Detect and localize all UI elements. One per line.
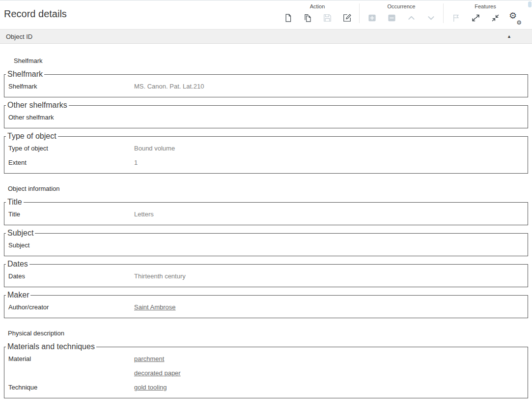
settings-button[interactable]: ⚙⚙ — [509, 12, 520, 23]
toolbar-group-label: Features — [450, 3, 520, 9]
field-value: Saint Ambrose — [134, 303, 528, 311]
gears-icon: ⚙⚙ — [509, 12, 520, 23]
field-label: Extent — [4, 159, 134, 166]
fieldset-shelfmark: ShelfmarkShelfmarkMS. Canon. Pat. Lat.21… — [4, 70, 528, 97]
field-label: Dates — [4, 272, 134, 280]
field-row: Type of objectBound volume — [4, 141, 528, 155]
field-value: 1 — [134, 159, 528, 166]
flag-record-button — [450, 12, 461, 23]
fieldset-subject: SubjectSubject — [4, 229, 528, 256]
field-label: Shelfmark — [4, 83, 134, 90]
toolbar-group-action: Action — [276, 3, 359, 23]
expand-all-button[interactable] — [470, 12, 481, 23]
fieldset-legend: Materials and techniques — [6, 342, 96, 351]
chevron-down-icon — [425, 12, 436, 23]
fieldset-legend: Type of object — [6, 132, 58, 141]
section-bar-title: Object ID — [6, 33, 32, 40]
toolbar-group-icons — [282, 12, 352, 23]
plus-square-icon — [366, 12, 377, 23]
field-value: gold tooling — [134, 384, 528, 391]
value-link-saint-ambrose[interactable]: Saint Ambrose — [134, 303, 176, 311]
field-label: Material — [4, 355, 134, 362]
remove-occurrence-button — [386, 12, 397, 23]
field-value: decorated paper — [134, 369, 528, 377]
edit-icon — [341, 12, 352, 23]
page-title: Record details — [4, 0, 67, 20]
fieldset-title: TitleTitleLetters — [4, 198, 528, 225]
field-label: Type of object — [4, 145, 134, 152]
toolbar-group-icons: ⚙⚙ — [450, 12, 520, 23]
field-value: Letters — [134, 210, 528, 218]
caret-up-icon[interactable]: ▲ — [507, 34, 511, 39]
toolbar-group-occurrence: Occurrence — [359, 3, 443, 23]
toolbar-group-icons — [366, 12, 436, 23]
save-record-button — [322, 12, 333, 23]
fieldset-legend: Dates — [6, 260, 29, 269]
field-row: Other shelfmark — [4, 110, 528, 124]
group-heading-shelfmark: Shelfmark — [14, 57, 528, 64]
copy-icon — [302, 12, 313, 23]
fieldset-type-of-object: Type of objectType of objectBound volume… — [4, 132, 528, 174]
fieldset-legend: Maker — [6, 291, 30, 300]
toolbar: ActionOccurrenceFeatures⚙⚙ — [276, 0, 527, 23]
fieldset-dates: DatesDatesThirteenth century — [4, 260, 528, 287]
minus-square-icon — [386, 12, 397, 23]
toolbar-group-label: Occurrence — [366, 3, 436, 9]
fieldset-legend: Other shelfmarks — [6, 101, 69, 110]
scrollbar-thumb[interactable] — [528, 1, 532, 7]
add-occurrence-button — [366, 12, 377, 23]
field-value: parchment — [134, 355, 528, 362]
field-label: Subject — [4, 241, 134, 249]
field-label: Other shelfmark — [4, 114, 134, 121]
record-details-window: Record details ActionOccurrenceFeatures⚙… — [0, 0, 532, 420]
header: Record details ActionOccurrenceFeatures⚙… — [0, 0, 532, 29]
chevron-up-icon — [406, 12, 417, 23]
field-value: Thirteenth century — [134, 272, 528, 280]
section-bar-object-id[interactable]: Object ID ▲ — [0, 29, 532, 44]
toolbar-group-features: Features⚙⚙ — [443, 3, 527, 23]
field-row: Subject — [4, 238, 528, 252]
field-value: Bound volume — [134, 145, 528, 152]
group-heading-physical-description: Physical description — [8, 330, 528, 337]
field-row: DatesThirteenth century — [4, 269, 528, 283]
move-occurrence-down-button — [425, 12, 436, 23]
value-link-parchment[interactable]: parchment — [134, 355, 164, 362]
group-heading-object-information: Object information — [8, 185, 528, 192]
fieldset-other-shelfmarks: Other shelfmarksOther shelfmark — [4, 101, 528, 128]
value-link-gold-tooling[interactable]: gold tooling — [134, 384, 167, 391]
field-row: decorated paper — [4, 366, 528, 380]
field-row: Techniquegold tooling — [4, 380, 528, 394]
field-label: Technique — [4, 384, 134, 391]
field-row: TitleLetters — [4, 207, 528, 221]
collapse-icon — [490, 12, 501, 23]
flag-icon — [450, 12, 461, 23]
move-occurrence-up-button — [406, 12, 417, 23]
copy-record-button[interactable] — [302, 12, 313, 23]
save-icon — [322, 12, 333, 23]
fieldset-legend: Shelfmark — [6, 70, 44, 79]
fieldset-legend: Subject — [6, 229, 35, 238]
toolbar-group-label: Action — [282, 3, 352, 9]
edit-record-button[interactable] — [341, 12, 352, 23]
fieldset-legend: Title — [6, 198, 24, 207]
record-content: ShelfmarkShelfmarkShelfmarkMS. Canon. Pa… — [0, 44, 532, 398]
collapse-all-button[interactable] — [490, 12, 501, 23]
fieldset-maker: MakerAuthor/creatorSaint Ambrose — [4, 291, 528, 318]
field-row: Author/creatorSaint Ambrose — [4, 300, 528, 314]
field-row: Extent1 — [4, 155, 528, 170]
field-row: ShelfmarkMS. Canon. Pat. Lat.210 — [4, 79, 528, 93]
value-link-decorated-paper[interactable]: decorated paper — [134, 369, 181, 377]
field-row: Materialparchment — [4, 352, 528, 366]
expand-icon — [470, 12, 481, 23]
field-label: Title — [4, 210, 134, 218]
field-label: Author/creator — [4, 303, 134, 311]
fieldset-materials-and-techniques: Materials and techniquesMaterialparchmen… — [4, 342, 528, 398]
new-document-icon — [282, 12, 293, 23]
field-value: MS. Canon. Pat. Lat.210 — [134, 83, 528, 90]
new-record-button[interactable] — [282, 12, 293, 23]
